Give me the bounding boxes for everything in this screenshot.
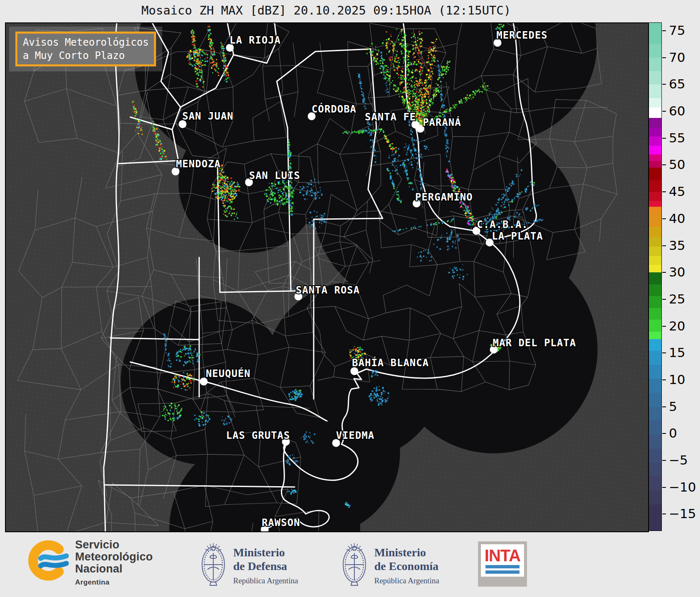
colorbar-tick <box>662 57 666 58</box>
smn-line-3: Nacional <box>75 563 153 575</box>
smn-line-4: Argentina <box>75 576 153 588</box>
colorbar-segment <box>649 146 661 154</box>
colorbar-segment <box>649 308 661 320</box>
colorbar-tick <box>662 164 666 165</box>
ministerio-economia-text: Ministerio de Economía República Argenti… <box>374 546 439 587</box>
city-label: CÓRDOBA <box>312 103 356 115</box>
colorbar-tick-label: 40 <box>669 211 685 226</box>
colorbar-segment <box>649 504 661 531</box>
colorbar-tick <box>662 406 666 407</box>
colorbar-segment <box>649 462 661 477</box>
city-label: BAHÍA BLANCA <box>352 357 429 369</box>
colorbar-segment <box>649 161 661 168</box>
warning-line-2: a Muy Corto Plazo <box>23 49 149 62</box>
smn-wordmark: Servicio Meteorológico Nacional Argentin… <box>75 539 153 588</box>
city-label: C.A.B.A. <box>477 219 528 230</box>
colorbar-tick <box>662 352 666 353</box>
colorbar-segment <box>649 201 661 207</box>
colorbar-segment <box>649 154 661 161</box>
radar-map-canvas: LA RIOJAMERCEDESSAN JUANCÓRDOBASANTA FEP… <box>6 23 648 531</box>
colorbar-tick <box>662 245 666 246</box>
colorbar-segment <box>649 108 661 118</box>
city-label: RAWSON <box>262 517 300 528</box>
colorbar-segment <box>649 407 661 421</box>
colorbar-segment <box>649 435 661 449</box>
colorbar-tick-label: 35 <box>669 238 685 253</box>
colorbar-tick-label: −15 <box>669 506 696 521</box>
colorbar-tick-label: 5 <box>669 399 677 414</box>
colorbar-segment <box>649 247 661 256</box>
city-label: LA RIOJA <box>229 34 281 46</box>
colorbar-tick <box>662 514 666 514</box>
colorbar-tick <box>662 138 666 139</box>
colorbar-segment <box>649 227 661 237</box>
city-label: PERGAMINO <box>415 191 473 203</box>
colorbar-segment <box>649 23 661 44</box>
colorbar-segment <box>649 284 661 296</box>
colorbar-segment <box>649 180 661 192</box>
colorbar-tick <box>662 433 666 434</box>
colorbar-tick-label: 25 <box>669 291 685 306</box>
inta-bar-1 <box>485 565 520 568</box>
smn-line-1: Servicio <box>75 539 153 551</box>
colorbar-segment <box>649 58 661 71</box>
smn-logo-wave-1 <box>41 556 66 558</box>
colorbar-tick-label: 50 <box>669 157 685 172</box>
colorbar-segment <box>649 256 661 265</box>
colorbar-segment <box>649 490 661 504</box>
city-label: LA PLATA <box>492 230 543 242</box>
colorbar-segment <box>649 339 661 351</box>
defensa-title-1: Ministerio <box>233 546 298 559</box>
defensa-subtitle: República Argentina <box>233 574 298 587</box>
economia-title-2: de Economía <box>374 559 439 573</box>
colorbar-segment <box>649 449 661 463</box>
colorbar-segment <box>649 127 661 137</box>
city-label: SANTA FE <box>365 111 416 123</box>
colorbar-segment <box>649 365 661 379</box>
colorbar-tick-label: 20 <box>669 318 685 333</box>
colorbar-tick <box>662 379 666 380</box>
colorbar-segment <box>649 192 661 201</box>
colorbar-tick <box>662 84 666 85</box>
city-label: PARANÁ <box>423 116 461 128</box>
colorbar-tick-label: 0 <box>669 426 677 440</box>
argentina-crest-icon <box>339 537 369 590</box>
colorbar-segment <box>649 84 661 98</box>
warning-line-1: Avisos Meteorológicos <box>23 36 149 49</box>
city-label: MAR DEL PLATA <box>493 337 576 349</box>
colorbar-tick <box>662 30 666 31</box>
smn-line-2: Meteorológico <box>75 551 153 563</box>
smn-logo <box>25 538 71 583</box>
colorbar-tick <box>662 272 666 273</box>
page-title: Mosaico ZH MAX [dBZ] 20.10.2025 09:15HOA… <box>5 3 647 17</box>
city-label: SAN JUAN <box>182 110 234 122</box>
colorbar-segment <box>649 237 661 247</box>
colorbar <box>649 22 662 531</box>
colorbar-tick-label: 60 <box>669 103 685 118</box>
colorbar-tick <box>662 460 666 461</box>
colorbar-tick-label: 15 <box>669 345 685 360</box>
colorbar-segment <box>649 207 661 214</box>
colorbar-tick <box>662 191 666 192</box>
colorbar-tick-label: 30 <box>669 264 685 279</box>
colorbar-tick-label: 45 <box>669 184 685 199</box>
economia-subtitle: República Argentina <box>374 574 439 587</box>
colorbar-segment <box>649 272 661 284</box>
colorbar-segment <box>649 379 661 393</box>
inta-bar-2 <box>485 570 520 574</box>
city-label: VIEDMA <box>336 430 375 441</box>
colorbar-segment <box>649 214 661 227</box>
colorbar-segment <box>649 320 661 331</box>
inta-logo: INTA <box>478 541 527 587</box>
defensa-title-2: de Defensa <box>233 559 298 573</box>
city-label: MENDOZA <box>176 158 221 170</box>
colorbar-segment <box>649 421 661 435</box>
colorbar-tick <box>662 487 666 488</box>
city-label: LAS GRUTAS <box>226 430 290 441</box>
colorbar-segment <box>649 265 661 272</box>
colorbar-segment <box>649 477 661 491</box>
colorbar-segment <box>649 351 661 365</box>
colorbar-tick-label: 70 <box>669 50 685 65</box>
city-label: NEUQUÉN <box>206 367 251 379</box>
warning-overlay: Avisos Meteorológicos a Muy Corto Plazo <box>9 27 162 71</box>
